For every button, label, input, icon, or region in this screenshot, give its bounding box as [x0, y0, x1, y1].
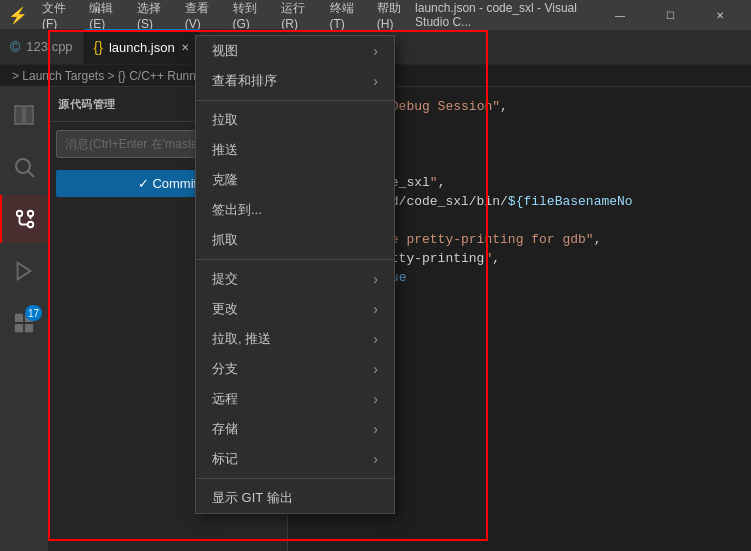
- menu-item-commit-label: 提交: [212, 270, 238, 288]
- menu-item-changes-label: 更改: [212, 300, 238, 318]
- menu-item-pull-push-label: 拉取, 推送: [212, 330, 271, 348]
- menu-item-git-output-label: 显示 GIT 输出: [212, 489, 293, 507]
- menu-item-remote[interactable]: 远程: [196, 384, 394, 414]
- menu-item-branch[interactable]: 分支: [196, 354, 394, 384]
- menu-item-branch-label: 分支: [212, 360, 238, 378]
- context-menu-overlay: 视图 查看和排序 拉取 推送 克隆 签出到... 抓取 提交 更改 拉取, 推送: [0, 0, 751, 551]
- menu-item-checkout-label: 签出到...: [212, 201, 262, 219]
- menu-item-pull-label: 拉取: [212, 111, 238, 129]
- menu-item-push[interactable]: 推送: [196, 135, 394, 165]
- menu-item-push-label: 推送: [212, 141, 238, 159]
- context-menu: 视图 查看和排序 拉取 推送 克隆 签出到... 抓取 提交 更改 拉取, 推送: [195, 35, 395, 514]
- menu-item-pull-push[interactable]: 拉取, 推送: [196, 324, 394, 354]
- menu-item-changes[interactable]: 更改: [196, 294, 394, 324]
- menu-item-fetch[interactable]: 抓取: [196, 225, 394, 255]
- menu-separator-2: [196, 259, 394, 260]
- menu-item-stash-label: 存储: [212, 420, 238, 438]
- menu-item-view-label: 视图: [212, 42, 238, 60]
- menu-item-checkout[interactable]: 签出到...: [196, 195, 394, 225]
- menu-item-commit[interactable]: 提交: [196, 264, 394, 294]
- menu-item-stash[interactable]: 存储: [196, 414, 394, 444]
- menu-item-view[interactable]: 视图: [196, 36, 394, 66]
- menu-item-clone-label: 克隆: [212, 171, 238, 189]
- menu-item-sort-label: 查看和排序: [212, 72, 277, 90]
- menu-item-git-output[interactable]: 显示 GIT 输出: [196, 483, 394, 513]
- menu-separator-1: [196, 100, 394, 101]
- menu-item-tags[interactable]: 标记: [196, 444, 394, 474]
- menu-item-remote-label: 远程: [212, 390, 238, 408]
- menu-item-sort[interactable]: 查看和排序: [196, 66, 394, 96]
- menu-item-pull[interactable]: 拉取: [196, 105, 394, 135]
- menu-item-fetch-label: 抓取: [212, 231, 238, 249]
- menu-separator-3: [196, 478, 394, 479]
- menu-item-tags-label: 标记: [212, 450, 238, 468]
- menu-item-clone[interactable]: 克隆: [196, 165, 394, 195]
